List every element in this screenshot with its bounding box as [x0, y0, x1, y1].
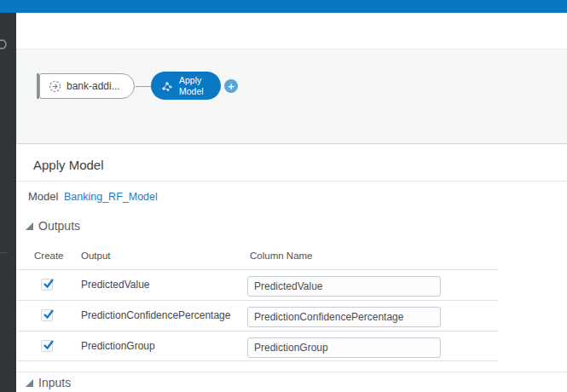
row-separator [17, 331, 498, 331]
inputs-section-divider [17, 372, 567, 372]
data-source-icon [49, 80, 61, 93]
node-selection-bar [37, 73, 39, 99]
search-icon[interactable] [0, 38, 9, 59]
output-name: PredictionGroup [81, 340, 155, 352]
row-separator [17, 300, 498, 301]
workflow-canvas[interactable]: bank-addi... Apply Mode [16, 49, 567, 144]
outputs-section-label: Outputs [38, 219, 80, 233]
output-name: PredictedValue [81, 279, 150, 291]
panel-title-divider [17, 181, 567, 182]
node-apply-model[interactable]: Apply Model [151, 72, 221, 100]
column-header-create: Create [34, 251, 64, 261]
panel-title: Apply Model [33, 158, 104, 172]
column-name-input[interactable] [247, 307, 441, 327]
inputs-section-label: Inputs [38, 376, 71, 389]
app-window: bank-addi... Apply Mode [0, 0, 567, 392]
column-name-input[interactable] [247, 337, 441, 358]
create-checkbox[interactable] [41, 340, 53, 352]
node-connector-line [136, 86, 152, 87]
collapse-triangle-icon [26, 379, 33, 387]
create-checkbox[interactable] [41, 279, 53, 291]
column-header-column-name: Column Name [250, 251, 313, 261]
model-name-link[interactable]: Banking_RF_Model [64, 191, 158, 203]
row-separator [17, 269, 498, 270]
sidebar-divider [0, 252, 8, 253]
apply-model-icon [160, 79, 174, 93]
left-sidebar [0, 13, 16, 392]
node-data-source-label: bank-addi... [67, 80, 120, 92]
create-checkbox[interactable] [41, 309, 53, 321]
top-menu-bar [0, 0, 567, 13]
column-name-input[interactable] [247, 276, 441, 297]
model-label: Model [28, 190, 58, 203]
node-data-source[interactable]: bank-addi... [39, 73, 135, 99]
column-header-output: Output [81, 251, 111, 261]
row-separator [17, 360, 498, 361]
inputs-section-header[interactable]: Inputs [26, 376, 71, 389]
output-name: PredictionConfidencePercentage [81, 309, 230, 321]
outputs-section-header[interactable]: Outputs [26, 219, 80, 233]
collapse-triangle-icon [26, 222, 33, 230]
node-apply-model-label: Apply Model [179, 75, 204, 95]
add-node-button[interactable]: + [224, 79, 238, 93]
